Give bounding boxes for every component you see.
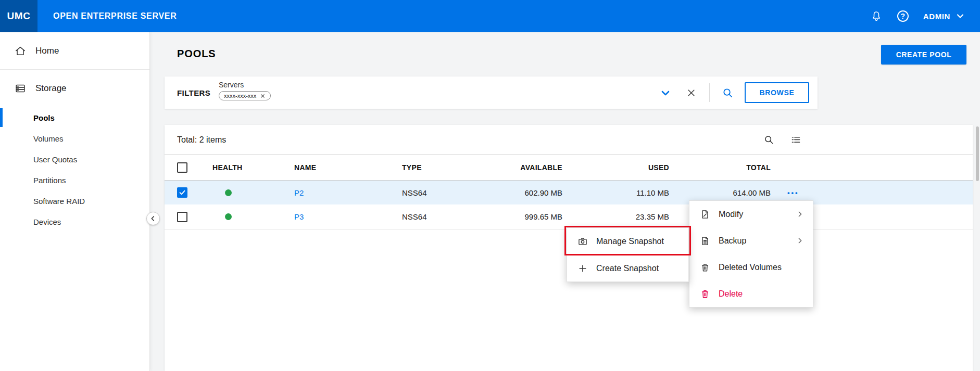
menu-item-delete[interactable]: Delete (689, 280, 813, 307)
sidebar-item-storage[interactable]: Storage (0, 70, 149, 107)
sidebar-item-label: Storage (35, 83, 67, 94)
chevron-down-icon (955, 11, 965, 21)
menu-item-label: Deleted Volumes (719, 263, 805, 272)
menu-item-label: Delete (719, 289, 805, 299)
chevron-right-icon (796, 210, 805, 219)
storage-icon (15, 83, 26, 94)
table-view-options-button[interactable] (790, 125, 801, 155)
sidebar-item-pools[interactable]: Pools (0, 107, 149, 128)
pool-used-cell: 23.35 MB (586, 204, 669, 229)
scrollbar-thumb[interactable] (976, 126, 979, 181)
pool-type-cell: NSS64 (402, 181, 427, 204)
sidebar-item-label: Pools (33, 113, 55, 122)
select-all-checkbox[interactable] (177, 162, 187, 173)
search-icon (763, 134, 774, 145)
sidebar-item-label: Software RAID (33, 197, 85, 206)
health-status-dot (225, 213, 232, 220)
menu-item-manage-snapshot[interactable]: Manage Snapshot (567, 228, 688, 254)
sidebar-item-label: Devices (33, 218, 61, 226)
app-header: UMC OPEN ENTERPRISE SERVER ADMIN (0, 0, 980, 32)
column-header-name: NAME (294, 155, 316, 181)
sidebar-item-home[interactable]: Home (0, 32, 149, 70)
menu-item-deleted-volumes[interactable]: Deleted Volumes (689, 254, 813, 280)
row-checkbox[interactable] (177, 212, 187, 222)
table-toolbar: Total: 2 items (165, 125, 973, 155)
camera-icon (577, 236, 588, 247)
umc-logo: UMC (0, 0, 37, 32)
chevron-left-icon (149, 214, 157, 223)
chip-remove-icon[interactable] (260, 93, 266, 99)
trash-icon (700, 262, 710, 273)
help-button[interactable] (897, 10, 909, 22)
pool-name-link[interactable]: P2 (294, 181, 304, 204)
servers-filter-field: Servers xxxx-xxx-xxx (219, 81, 271, 100)
pool-available-cell: 602.90 MB (479, 181, 562, 204)
servers-filter-label: Servers (219, 81, 271, 89)
list-settings-icon (790, 134, 801, 145)
topbar-actions: ADMIN (870, 10, 965, 22)
menu-item-label: Backup (719, 236, 787, 246)
trash-icon (700, 289, 710, 299)
table-total: Total: 2 items (177, 125, 226, 155)
table-row: P2 NSS64 602.90 MB 11.10 MB 614.00 MB (165, 181, 973, 204)
table-header-row: HEALTH NAME TYPE AVAILABLE USED TOTAL (165, 155, 973, 181)
chevron-down-icon (659, 87, 672, 99)
divider (709, 83, 710, 102)
pool-type-cell: NSS64 (402, 204, 427, 229)
backup-icon (700, 236, 710, 246)
table-row: P3 NSS64 999.65 MB 23.35 MB (165, 204, 973, 229)
menu-item-label: Create Snapshot (596, 264, 680, 273)
umc-logo-text: UMC (7, 10, 31, 22)
pool-used-cell: 11.10 MB (586, 181, 669, 204)
page-title: POOLS (177, 48, 216, 60)
sidebar-item-label: User Quotas (33, 155, 77, 164)
filters-expand-button[interactable] (659, 87, 672, 99)
table-search-button[interactable] (763, 125, 774, 155)
menu-item-backup[interactable]: Backup (689, 227, 813, 254)
home-icon (15, 45, 26, 57)
filters-bar: FILTERS Servers xxxx-xxx-xxx (165, 76, 818, 109)
check-icon (179, 189, 186, 196)
chevron-right-icon (796, 236, 805, 245)
sidebar-item-user-quotas[interactable]: User Quotas (0, 149, 149, 170)
sidebar: Home Storage Pools Volumes User Quotas P… (0, 32, 150, 371)
create-pool-button[interactable]: CREATE POOL (881, 45, 966, 65)
sidebar-item-software-raid[interactable]: Software RAID (0, 190, 149, 211)
active-indicator (0, 108, 3, 127)
menu-item-label: Modify (719, 210, 787, 219)
server-filter-chip[interactable]: xxxx-xxx-xxx (219, 91, 271, 100)
close-icon (686, 87, 697, 98)
sidebar-item-volumes[interactable]: Volumes (0, 128, 149, 149)
column-header-type: TYPE (402, 155, 422, 181)
snapshot-submenu: Manage Snapshot Create Snapshot (567, 227, 689, 282)
column-header-used: USED (586, 155, 669, 181)
pool-name-link[interactable]: P3 (294, 204, 304, 229)
plus-icon (577, 263, 588, 274)
menu-item-create-snapshot[interactable]: Create Snapshot (567, 255, 688, 282)
sidebar-collapse-button[interactable] (146, 212, 160, 225)
filters-clear-button[interactable] (686, 87, 697, 98)
user-name: ADMIN (923, 12, 950, 21)
row-context-menu: Modify Backup Deleted Volumes (689, 200, 813, 308)
user-menu-button[interactable]: ADMIN (923, 11, 965, 21)
sidebar-item-label: Home (35, 46, 59, 56)
notifications-button[interactable] (870, 10, 883, 22)
filters-search-button[interactable] (722, 87, 734, 99)
search-icon (722, 87, 734, 99)
sidebar-item-devices[interactable]: Devices (0, 211, 149, 232)
screen: UMC OPEN ENTERPRISE SERVER ADMIN (0, 0, 980, 371)
pool-available-cell: 999.65 MB (479, 204, 562, 229)
filters-label: FILTERS (177, 76, 210, 109)
column-header-available: AVAILABLE (479, 155, 562, 181)
server-filter-chip-label: xxxx-xxx-xxx (224, 93, 256, 99)
sidebar-item-label: Partitions (33, 176, 66, 185)
bell-icon (870, 10, 883, 22)
app-title: OPEN ENTERPRISE SERVER (53, 11, 177, 21)
sidebar-item-partitions[interactable]: Partitions (0, 170, 149, 190)
column-header-health: HEALTH (212, 155, 243, 181)
menu-item-modify[interactable]: Modify (689, 201, 813, 227)
health-status-dot (225, 189, 232, 196)
browse-button[interactable]: BROWSE (745, 82, 809, 103)
sidebar-item-label: Volumes (33, 134, 64, 143)
row-checkbox[interactable] (177, 187, 187, 198)
